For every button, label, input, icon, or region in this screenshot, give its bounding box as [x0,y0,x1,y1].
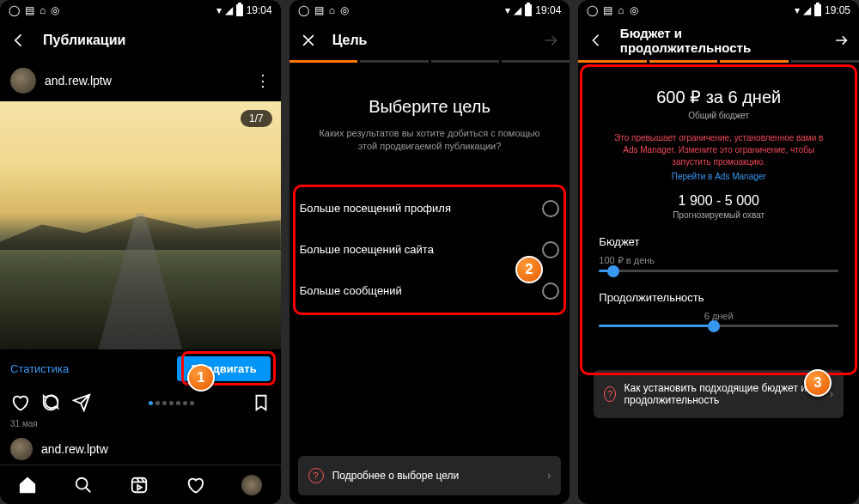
budget-headline: 600 ₽ за 6 дней [592,87,845,107]
avatar[interactable] [10,438,33,460]
chevron-right-icon: › [830,388,833,400]
ads-manager-link[interactable]: Перейти в Ads Manager [592,172,845,181]
post-author-row[interactable]: and.rew.lptw ⋮ [0,60,281,101]
status-time: 19:04 [247,5,272,15]
goal-option-profile[interactable]: Больше посещений профиля [289,188,570,229]
opera-icon: ◯ [587,5,598,15]
option-label: Больше сообщений [300,284,402,297]
like-icon[interactable] [10,393,29,412]
reach-sub: Прогнозируемый охват [592,210,845,220]
step-badge-2: 2 [515,256,543,283]
help-bar[interactable]: ? Подробнее о выборе цели › [298,456,562,495]
gallery-icon: ▤ [603,5,612,15]
post-date: 31 мая [0,417,281,434]
budget-value: 100 ₽ в день [599,255,838,266]
carousel-dots [103,401,240,405]
radio-icon[interactable] [542,282,559,300]
chevron-right-icon: › [547,470,551,482]
duration-label: Продолжительность [599,291,838,304]
step-badge-1: 1 [187,364,215,392]
opera-icon: ◯ [298,5,309,15]
instagram-icon: ⌂ [329,5,335,15]
duration-slider[interactable] [599,325,838,327]
shazam-icon: ◎ [340,5,349,15]
promote-row: Статистика Продвигать [0,349,281,388]
status-bar: ◯ ▤ ⌂ ◎ ▾ ◢ 19:05 [578,0,859,21]
screen-publications: ◯ ▤ ⌂ ◎ ▾ ◢ 19:04 Публикации and.rew.lpt… [0,0,281,504]
header: Цель [289,21,570,60]
opera-icon: ◯ [9,5,20,15]
next-icon [542,32,559,49]
status-bar: ◯ ▤ ⌂ ◎ ▾ ◢ 19:04 [289,0,570,21]
battery-icon [525,4,532,16]
battery-icon [236,4,243,16]
budget-slider[interactable] [599,270,838,272]
slider-thumb[interactable] [607,265,619,277]
username[interactable]: and.rew.lptw [45,74,112,88]
duration-value: 6 дней [599,311,838,321]
nav-activity-icon[interactable] [186,476,204,495]
shazam-icon: ◎ [51,5,59,15]
duration-slider-block: Продолжительность 6 дней [592,291,845,327]
back-icon[interactable] [588,32,605,49]
budget-sub: Общий бюджет [592,111,845,120]
signal-icon: ◢ [225,5,233,15]
header: Бюджет и продолжительность [578,21,859,60]
budget-label: Бюджет [599,235,838,248]
bottom-nav [0,465,281,504]
username[interactable]: and.rew.lptw [41,442,108,456]
screen-budget: ◯ ▤ ⌂ ◎ ▾ ◢ 19:05 Бюджет и продолжительн… [578,0,859,504]
goal-subtitle: Каких результатов вы хотите добиться с п… [289,127,570,154]
page-title: Публикации [43,33,125,48]
help-text: Как установить подходящие бюджет и продо… [624,382,821,406]
help-text: Подробнее о выборе цели [332,470,460,482]
avatar[interactable] [10,68,36,94]
status-bar: ◯ ▤ ⌂ ◎ ▾ ◢ 19:04 [0,0,281,21]
shazam-icon: ◎ [630,5,638,15]
post-photo[interactable]: 1/7 [0,101,281,349]
reach-value: 1 900 - 5 000 [592,193,845,209]
share-icon[interactable] [72,393,91,412]
back-icon[interactable] [10,32,27,49]
option-label: Больше посещений профиля [300,202,451,215]
more-icon[interactable]: ⋮ [255,73,271,88]
step-badge-3: 3 [804,369,832,397]
option-label: Больше посещений сайта [300,243,434,256]
nav-search-icon[interactable] [74,476,93,495]
post-actions [0,388,281,417]
svg-point-0 [76,477,88,489]
nav-reels-icon[interactable] [130,476,149,495]
radio-icon[interactable] [542,200,559,217]
wifi-icon: ▾ [505,5,510,15]
instagram-icon: ⌂ [618,5,624,15]
comment-icon[interactable] [41,393,60,412]
nav-profile-icon[interactable] [241,475,262,495]
signal-icon: ◢ [803,5,811,15]
signal-icon: ◢ [514,5,521,15]
wifi-icon: ▾ [216,5,222,15]
question-icon: ? [308,468,324,483]
budget-warning: Это превышает ограничение, установленное… [592,132,845,168]
gallery-icon: ▤ [25,5,34,15]
svg-rect-1 [132,477,147,492]
goal-title: Выберите цель [289,97,570,117]
page-title: Бюджет и продолжительность [620,26,802,55]
stats-link[interactable]: Статистика [10,362,69,375]
header: Публикации [0,21,281,60]
question-icon: ? [604,386,615,402]
goal-options: Больше посещений профиля Больше посещени… [289,188,570,312]
bookmark-icon[interactable] [252,393,271,412]
next-post-author[interactable]: and.rew.lptw [0,434,281,465]
close-icon[interactable] [300,32,317,49]
slider-thumb[interactable] [708,320,720,332]
carousel-counter: 1/7 [241,110,272,127]
battery-icon [814,4,821,16]
page-title: Цель [332,33,368,48]
nav-home-icon[interactable] [18,476,37,495]
radio-icon[interactable] [542,241,559,258]
screen-goal: ◯ ▤ ⌂ ◎ ▾ ◢ 19:04 Цель Выберите цель Как… [289,0,570,504]
next-icon[interactable] [833,32,850,49]
gallery-icon: ▤ [314,5,324,15]
status-time: 19:05 [825,5,850,15]
instagram-icon: ⌂ [40,5,46,15]
